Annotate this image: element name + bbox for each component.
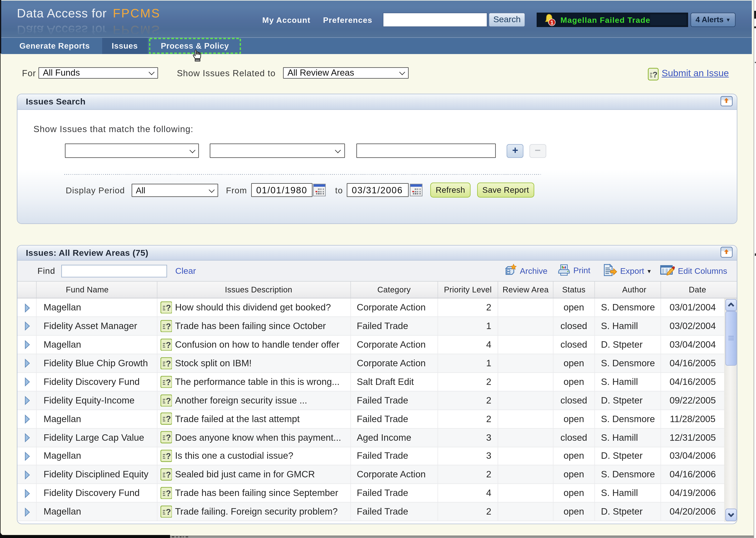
svg-text:?: ? [166,377,171,387]
svg-text:?: ? [166,321,171,331]
svg-text:?: ? [166,359,171,368]
svg-text:?: ? [166,452,171,461]
svg-text:?: ? [166,303,171,312]
svg-text:?: ? [166,507,171,516]
svg-text:?: ? [166,489,171,498]
svg-text:?: ? [653,70,658,79]
svg-text:?: ? [166,340,171,350]
svg-text:?: ? [166,414,171,424]
svg-text:?: ? [166,433,171,442]
svg-text:1: 1 [550,19,553,26]
svg-text:?: ? [166,396,171,405]
svg-text:?: ? [166,470,171,480]
